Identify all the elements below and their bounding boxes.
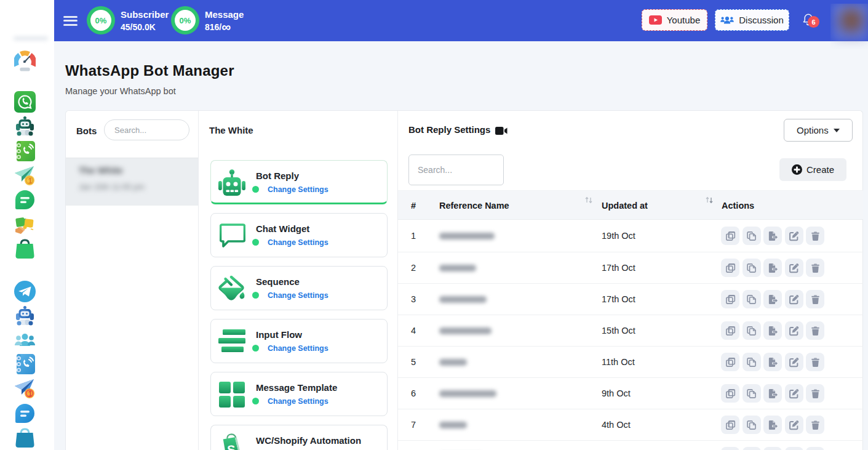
svg-text:S: S — [227, 443, 236, 450]
svg-text:1: 1 — [28, 390, 33, 398]
svg-text:1: 1 — [28, 177, 33, 185]
